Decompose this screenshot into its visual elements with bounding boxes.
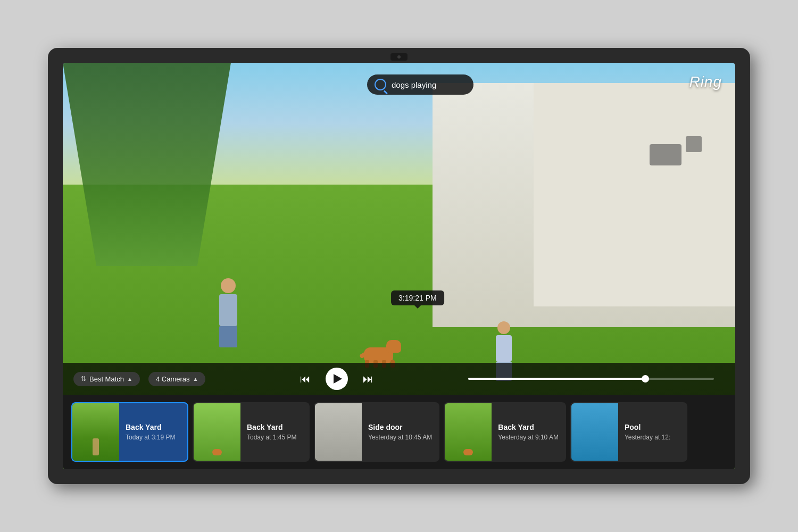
clip-location: Back Yard (247, 423, 302, 431)
skip-next-icon: ⏭ (363, 373, 373, 385)
thumb-bg (315, 403, 362, 461)
filter-icon: ⇅ (81, 375, 86, 383)
clip-thumbnail (445, 403, 492, 461)
clip-time: Yesterday at 9:10 AM (498, 434, 559, 441)
clip-info: Back Yard Yesterday at 9:10 AM (492, 419, 565, 445)
camera-bump (390, 53, 408, 61)
best-match-chevron: ▲ (127, 376, 132, 382)
thumb-figure (463, 449, 473, 455)
cameras-chevron: ▲ (193, 376, 198, 382)
search-query: dogs playing (392, 80, 436, 89)
search-bar[interactable]: dogs playing (367, 74, 473, 95)
clip-item[interactable]: Side door Yesterday at 10:45 AM (314, 402, 439, 462)
play-button[interactable] (326, 368, 348, 390)
clip-item[interactable]: Back Yard Today at 3:19 PM (71, 402, 188, 462)
play-icon (334, 374, 342, 384)
progress-thumb[interactable] (642, 375, 649, 383)
clip-thumbnail (72, 403, 119, 461)
tv-bezel: Ring dogs playing 3:19:21 PM ⇅ Best Matc… (63, 63, 735, 469)
house-wall (534, 83, 735, 306)
clip-time: Yesterday at 10:45 AM (368, 434, 432, 441)
search-icon (375, 79, 386, 90)
thumb-bg (571, 403, 618, 461)
cameras-filter[interactable]: 4 Cameras ▲ (148, 372, 205, 386)
clip-thumbnail (315, 403, 362, 461)
best-match-filter[interactable]: ⇅ Best Match ▲ (73, 372, 140, 386)
clip-info: Side door Yesterday at 10:45 AM (362, 419, 438, 445)
clip-item[interactable]: Pool Yesterday at 12: (570, 402, 687, 462)
clip-item[interactable]: Back Yard Today at 1:45 PM (193, 402, 310, 462)
progress-bar[interactable] (468, 378, 714, 380)
clip-location: Pool (625, 423, 680, 431)
clip-thumbnail (194, 403, 240, 461)
controls-bar: ⇅ Best Match ▲ 4 Cameras ▲ ⏮ (63, 363, 735, 395)
clip-time: Yesterday at 12: (625, 434, 680, 441)
timestamp-tooltip: 3:19:21 PM (391, 290, 444, 305)
clip-location: Side door (368, 423, 432, 431)
cameras-label: 4 Cameras (156, 375, 190, 383)
thumb-figure (212, 449, 222, 455)
person-left (218, 278, 239, 347)
camera-dot (397, 55, 401, 59)
thumb-figure (93, 438, 99, 455)
clip-info: Back Yard Today at 1:45 PM (240, 419, 309, 445)
video-player: Ring dogs playing 3:19:21 PM ⇅ Best Matc… (63, 63, 735, 469)
tv-frame: Ring dogs playing 3:19:21 PM ⇅ Best Matc… (48, 48, 750, 484)
clip-time: Today at 3:19 PM (126, 434, 181, 441)
clip-thumbnail (571, 403, 618, 461)
patio-chairs (686, 136, 702, 152)
skip-prev-icon: ⏮ (300, 373, 311, 385)
clip-location: Back Yard (498, 423, 559, 431)
clip-item[interactable]: Back Yard Yesterday at 9:10 AM (444, 402, 566, 462)
playback-controls: ⏮ ⏭ (214, 368, 460, 390)
progress-fill (468, 378, 645, 380)
patio-table (650, 144, 681, 165)
ring-logo: Ring (689, 73, 722, 90)
clip-info: Back Yard Today at 3:19 PM (119, 419, 187, 445)
clip-time: Today at 1:45 PM (247, 434, 302, 441)
clips-row: Back Yard Today at 3:19 PM Back Yard T (63, 395, 735, 469)
clip-location: Back Yard (126, 423, 181, 431)
best-match-label: Best Match (89, 375, 124, 383)
skip-next-button[interactable]: ⏭ (359, 369, 378, 388)
skip-prev-button[interactable]: ⏮ (296, 369, 315, 388)
clip-info: Pool Yesterday at 12: (618, 419, 686, 445)
